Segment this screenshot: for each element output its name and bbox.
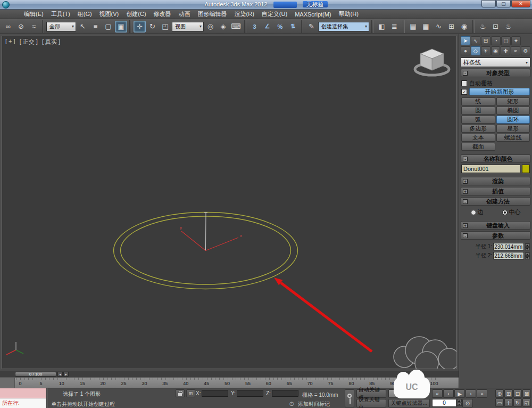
schematic-view-icon[interactable]: ⊞ [445, 21, 458, 32]
snap-toggle-icon[interactable]: 3 [248, 21, 261, 32]
select-object-icon[interactable]: ↖ [77, 21, 89, 32]
category-space-warps[interactable]: ≈ [511, 46, 520, 55]
object-type-button[interactable]: 弧 [461, 116, 495, 124]
viewport[interactable]: y x [2, 36, 457, 369]
tab-utilities[interactable]: ✦ [511, 36, 521, 45]
current-frame-field[interactable]: 0 [432, 399, 456, 407]
menu-item[interactable]: 动画 [175, 10, 194, 19]
frame-spinner[interactable] [457, 399, 462, 407]
rollout-interpolation-header[interactable]: + 插值 [461, 187, 530, 195]
zoom-extents-all-button[interactable]: ⊠ [522, 389, 531, 398]
named-selection-sets-dropdown[interactable]: 创建选择集▾ [318, 22, 369, 31]
material-editor-icon[interactable]: ◉ [458, 21, 470, 32]
category-shapes[interactable]: ◇ [471, 46, 480, 55]
rollout-creation-method-header[interactable]: - 创建方法 [461, 197, 530, 206]
previous-frame-button[interactable]: ‹ [443, 389, 454, 398]
creation-method-option[interactable]: 边 [471, 208, 484, 216]
maxscript-mini-listener[interactable]: 所在行: [0, 398, 46, 408]
start-new-shape-button[interactable]: 开始新图形 [469, 88, 530, 95]
select-and-scale-icon[interactable]: ◰ [159, 21, 171, 32]
add-time-tag[interactable]: 添加时间标记 [298, 401, 330, 408]
timeline-tick[interactable]: 40 [183, 381, 188, 386]
mirror-icon[interactable]: ◧ [376, 21, 388, 32]
object-type-button[interactable]: 线 [461, 97, 495, 105]
rollout-parameters-header[interactable]: - 参数 [461, 231, 530, 240]
object-name-field[interactable]: Donut001 [461, 165, 520, 173]
reference-coordinate-system-dropdown[interactable]: 视图▾ [172, 22, 204, 31]
time-slider-track[interactable]: 0 / 100 ◂ ▸ [0, 371, 459, 377]
bind-to-space-warp-icon[interactable]: ≈ [28, 21, 40, 32]
timeline-tick[interactable]: 5 [39, 381, 42, 386]
window-crossing-toggle-icon[interactable]: ▣ [115, 21, 127, 32]
timeline-tick[interactable]: 55 [245, 381, 251, 386]
autogrid-checkbox[interactable] [461, 80, 467, 86]
category-cameras[interactable]: ◉ [491, 46, 501, 55]
unlink-selection-icon[interactable]: ⊘ [15, 21, 27, 32]
percent-snap-icon[interactable]: % [274, 21, 286, 32]
object-type-button[interactable]: 椭圆 [496, 107, 530, 115]
menu-item[interactable]: 创建(C) [122, 10, 149, 19]
menu-item[interactable]: 修改器 [150, 10, 175, 19]
use-pivot-point-center-icon[interactable]: ◎ [204, 21, 217, 32]
timeline-tick[interactable]: 30 [142, 381, 147, 386]
pan-button[interactable]: ✛ [504, 398, 513, 407]
close-button[interactable]: ✕ [511, 0, 530, 7]
viewport-shading-menu[interactable]: [ 真实 ] [42, 38, 60, 46]
rollout-name-color-header[interactable]: - 名称和颜色 [461, 154, 530, 163]
menu-item[interactable]: 帮助(H) [335, 10, 362, 19]
timeline-tick[interactable]: 0 [19, 381, 21, 386]
object-color-swatch[interactable] [522, 165, 530, 173]
selection-filter-dropdown[interactable]: 全部▾ [46, 22, 76, 31]
category-systems[interactable]: ⚙ [521, 46, 530, 55]
menu-item[interactable]: 组(G) [74, 10, 96, 19]
select-and-manipulate-icon[interactable]: ◈ [217, 21, 229, 32]
selection-lock-toggle[interactable] [176, 389, 185, 397]
timeline-tick[interactable]: 65 [287, 381, 292, 386]
render-setup-icon[interactable]: ♨ [477, 21, 489, 32]
timeline-tick[interactable]: 10 [59, 381, 64, 386]
go-to-end-button[interactable]: » [477, 389, 487, 398]
ribbon-toggle-icon[interactable]: ▦ [420, 21, 432, 32]
zoom-button[interactable]: ⊕ [495, 389, 504, 398]
z-coordinate-field[interactable] [272, 390, 298, 397]
timeline-tick[interactable]: 50 [225, 381, 230, 386]
menu-item[interactable]: 渲染(R) [231, 10, 258, 19]
time-configuration-button[interactable]: ⊙ [462, 399, 473, 407]
category-lights[interactable]: ☀ [481, 46, 491, 55]
timeline-tick[interactable]: 80 [348, 381, 354, 386]
zoom-extents-button[interactable]: ⊡ [513, 389, 522, 398]
menu-item[interactable]: 工具(T) [47, 10, 74, 19]
category-geometry[interactable]: ● [461, 46, 470, 55]
timeline-tick[interactable]: 20 [101, 381, 106, 386]
menu-item[interactable]: 图形编辑器 [194, 10, 231, 19]
maximize-viewport-button[interactable]: ◱ [522, 398, 531, 407]
angle-snap-icon[interactable]: ∠ [261, 21, 273, 32]
radius2-spinner[interactable] [525, 252, 530, 259]
object-type-button[interactable]: 截面 [461, 143, 495, 151]
selection-region-icon[interactable]: ▢ [102, 21, 114, 32]
time-slider-handle[interactable]: 0 / 100 [15, 372, 56, 377]
previous-key-button[interactable]: ◂ [57, 372, 63, 377]
object-type-button[interactable]: 星形 [496, 125, 530, 133]
radius2-field[interactable]: 212.668mm [493, 252, 524, 259]
timeline-tick[interactable]: 45 [204, 381, 209, 386]
set-key-button[interactable]: 设置关键点 [356, 399, 386, 407]
key-filters-button[interactable]: 关键点过滤器... [388, 399, 430, 407]
radius1-field[interactable]: 230.014mm [493, 243, 524, 250]
timeline-tick[interactable]: 15 [80, 381, 85, 386]
zoom-region-button[interactable]: ▭ [495, 398, 504, 407]
edit-named-selection-sets-icon[interactable]: ✎ [305, 21, 318, 32]
menu-item[interactable]: 视图(V) [96, 10, 123, 19]
maxscript-macro-recorder[interactable] [0, 388, 46, 398]
keyboard-shortcut-override-icon[interactable]: ⌨ [230, 21, 242, 32]
zoom-all-button[interactable]: ⊞ [504, 389, 513, 398]
select-and-link-icon[interactable]: ∞ [2, 21, 14, 32]
rollout-keyboard-entry-header[interactable]: + 键盘输入 [461, 221, 530, 230]
category-helpers[interactable]: ✚ [501, 46, 510, 55]
object-type-button[interactable]: 多边形 [461, 125, 495, 133]
next-key-button[interactable]: ▸ [63, 372, 69, 377]
timeline-tick[interactable]: 75 [328, 381, 333, 386]
rendered-frame-window-icon[interactable]: ⊡ [489, 21, 502, 32]
set-key-big-button[interactable] [345, 389, 354, 407]
object-type-button[interactable]: 圆环 [496, 116, 530, 124]
